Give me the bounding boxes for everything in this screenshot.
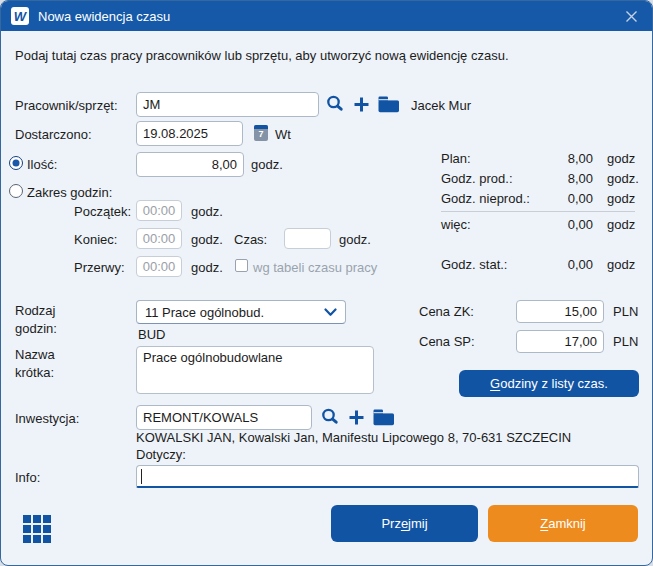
chevron-down-icon — [324, 308, 337, 317]
info-input[interactable] — [136, 465, 639, 488]
info-label: Info: — [15, 470, 40, 485]
breaks-label: Przerwy: — [74, 260, 125, 275]
breaks-unit: godz. — [191, 260, 223, 275]
range-start-input[interactable] — [136, 200, 182, 221]
breaks-input[interactable] — [136, 256, 182, 277]
investment-add-button[interactable] — [346, 407, 366, 427]
text-caret — [141, 469, 142, 484]
quantity-radio[interactable] — [9, 156, 23, 170]
short-name-label-line1: Nazwa — [15, 347, 55, 362]
summary-prod-value: 8,00 — [531, 171, 593, 186]
worker-search-button[interactable] — [324, 93, 346, 115]
summary-plan-label: Plan: — [441, 151, 471, 166]
summary-stat-value: 0,00 — [531, 257, 593, 272]
summary-plan-value: 8,00 — [531, 151, 593, 166]
hour-type-dropdown[interactable]: 11 Prace ogólnobud. — [136, 300, 346, 324]
close-icon — [625, 10, 638, 23]
cena-sp-unit: PLN — [613, 334, 638, 349]
quantity-input[interactable] — [136, 152, 244, 177]
range-start-unit: godz. — [191, 204, 223, 219]
investment-browse-button[interactable] — [372, 408, 396, 426]
range-end-label: Koniec: — [74, 232, 117, 247]
summary-nieprod-label: Godz. nieprod.: — [441, 191, 530, 206]
range-start-label: Początek: — [74, 204, 131, 219]
plus-icon — [353, 96, 370, 113]
quantity-label: Ilość: — [27, 157, 57, 172]
summary-stat-unit: godz — [607, 257, 635, 272]
search-icon — [320, 407, 340, 427]
investment-address: KOWALSKI JAN, Kowalski Jan, Manifestu Li… — [136, 430, 571, 445]
calendar-icon[interactable]: 7 — [254, 125, 268, 141]
investment-dotyczy: Dotyczy: — [136, 447, 186, 462]
cena-zk-unit: PLN — [613, 304, 638, 319]
summary-stat-label: Godz. stat.: — [441, 257, 507, 272]
search-icon — [325, 94, 345, 114]
titlebar: W Nowa ewidencja czasu — [1, 1, 652, 31]
hour-type-label-line2: godzin: — [15, 321, 57, 336]
apps-grid-icon[interactable] — [23, 515, 51, 543]
czas-input[interactable] — [284, 228, 331, 249]
przejmij-button[interactable]: Przejmij — [331, 505, 478, 542]
app-logo-icon: W — [11, 7, 29, 25]
summary-divider — [441, 211, 635, 212]
investment-label: Inwestycja: — [15, 411, 79, 426]
zamknij-button[interactable]: Zamknij — [488, 505, 638, 542]
czas-unit: godz. — [339, 232, 371, 247]
hour-type-label-line1: Rodzaj — [15, 303, 55, 318]
close-button[interactable] — [618, 5, 644, 27]
weekday-label: Wt — [275, 127, 291, 142]
short-name-label-line2: krótka: — [15, 365, 54, 380]
summary-nieprod-value: 0,00 — [531, 191, 593, 206]
worker-display-name: Jacek Mur — [411, 98, 471, 113]
quantity-unit: godz. — [251, 157, 283, 172]
short-name-textarea[interactable]: Prace ogólnobudowlane — [136, 346, 374, 394]
dialog-nowa-ewidencja-czasu: W Nowa ewidencja czasu Podaj tutaj czas … — [0, 0, 653, 566]
czas-label: Czas: — [234, 232, 267, 247]
worker-input[interactable] — [136, 92, 319, 117]
delivered-date-input[interactable] — [136, 121, 243, 146]
range-label: Zakres godzin: — [27, 185, 112, 200]
range-radio[interactable] — [9, 184, 23, 198]
range-end-unit: godz. — [191, 232, 223, 247]
summary-wiec-unit: godz — [607, 217, 635, 232]
worker-add-button[interactable] — [351, 94, 371, 114]
summary-prod-label: Godz. prod.: — [441, 171, 513, 186]
cena-zk-label: Cena ZK: — [419, 304, 474, 319]
hour-type-selected: 11 Prace ogólnobud. — [145, 305, 324, 320]
intro-text: Podaj tutaj czas pracy pracowników lub s… — [15, 48, 509, 63]
folder-icon — [378, 96, 400, 113]
work-table-checkbox[interactable] — [235, 259, 248, 272]
window-title: Nowa ewidencja czasu — [38, 9, 170, 24]
hours-from-list-button[interactable]: Godziny z listy czas. — [459, 370, 639, 397]
investment-input[interactable] — [136, 405, 312, 430]
summary-nieprod-unit: godz — [607, 191, 635, 206]
worker-browse-button[interactable] — [377, 95, 401, 113]
plus-icon — [348, 409, 365, 426]
range-end-input[interactable] — [136, 228, 182, 249]
summary-wiec-value: 0,00 — [531, 217, 593, 232]
cena-zk-input[interactable] — [516, 300, 604, 323]
summary-plan-unit: godz — [607, 151, 635, 166]
summary-prod-unit: godz. — [607, 171, 639, 186]
hour-type-code: BUD — [138, 327, 165, 342]
delivered-label: Dostarczono: — [15, 127, 92, 142]
summary-wiec-label: więc: — [441, 217, 471, 232]
folder-icon — [373, 409, 395, 426]
worker-label: Pracownik/sprzęt: — [15, 98, 118, 113]
cena-sp-input[interactable] — [516, 330, 604, 353]
work-table-label: wg tabeli czasu pracy — [253, 260, 377, 275]
investment-search-button[interactable] — [319, 406, 341, 428]
cena-sp-label: Cena SP: — [419, 334, 475, 349]
